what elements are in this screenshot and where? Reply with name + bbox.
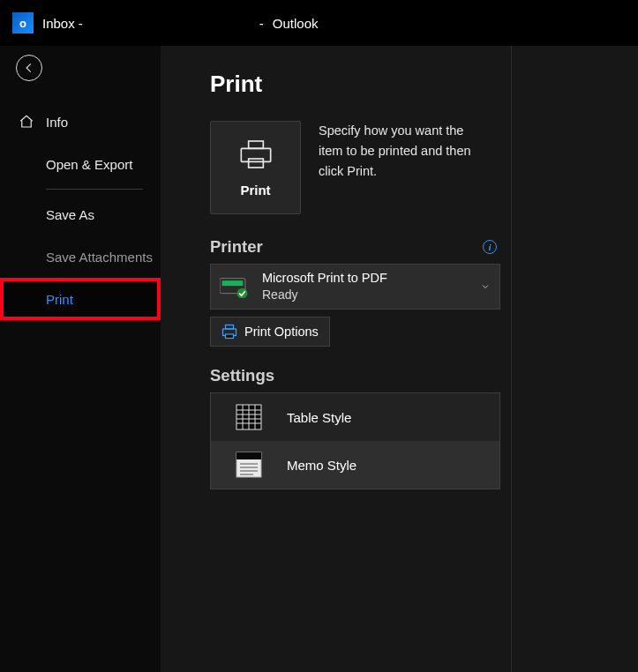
arrow-left-icon [23, 62, 35, 74]
style-memo[interactable]: Memo Style [211, 441, 499, 489]
titlebar-appname: Outlook [273, 16, 319, 31]
sidebar-label-info: Info [46, 115, 68, 130]
style-table[interactable]: Table Style [211, 393, 499, 441]
printer-icon [238, 138, 274, 170]
sidebar-item-save-attachments[interactable]: Save Attachments [0, 235, 161, 278]
printer-dropdown[interactable]: Microsoft Print to PDF Ready [210, 264, 500, 310]
svg-rect-4 [222, 280, 244, 286]
backstage-sidebar: Info Open & Export Save As Save Attachme… [0, 46, 161, 672]
sidebar-label-open-export: Open & Export [46, 157, 132, 172]
sidebar-label-save-attachments: Save Attachments [46, 250, 153, 265]
titlebar-account-redacted [92, 15, 251, 31]
svg-rect-8 [226, 334, 234, 339]
sidebar-label-save-as: Save As [46, 207, 94, 222]
home-icon [18, 114, 35, 130]
style-memo-label: Memo Style [287, 458, 357, 473]
print-options-button[interactable]: Print Options [210, 317, 330, 347]
print-button[interactable]: Print [210, 121, 301, 214]
style-table-label: Table Style [287, 410, 351, 425]
printer-heading: Printer [210, 237, 263, 257]
back-button[interactable] [16, 55, 42, 81]
sidebar-item-info[interactable]: Info [0, 101, 161, 143]
chevron-down-icon [480, 281, 491, 292]
print-description: Specify how you want the item to be prin… [319, 121, 486, 214]
settings-heading: Settings [210, 366, 274, 385]
svg-rect-2 [248, 159, 263, 168]
print-options-icon [221, 324, 237, 340]
sidebar-label-print: Print [46, 292, 73, 307]
sidebar-item-save-as[interactable]: Save As [0, 193, 161, 235]
sidebar-item-print[interactable]: Print [0, 278, 161, 320]
printer-status: Ready [262, 287, 387, 302]
svg-rect-7 [226, 325, 234, 330]
print-button-label: Print [240, 183, 270, 198]
page-title: Print [161, 71, 511, 98]
sidebar-divider [46, 189, 143, 190]
svg-rect-1 [248, 141, 263, 148]
outlook-logo-icon: o [12, 12, 34, 34]
printer-name: Microsoft Print to PDF [262, 270, 387, 287]
memo-style-icon [236, 452, 262, 478]
svg-rect-0 [241, 148, 270, 161]
print-options-label: Print Options [244, 325, 319, 339]
style-list: Table Style Memo Style [210, 392, 500, 489]
svg-rect-18 [236, 452, 261, 459]
printer-info-icon[interactable]: i [483, 240, 497, 254]
table-style-icon [236, 404, 262, 430]
titlebar-dash: - [259, 16, 264, 31]
titlebar-folder: Inbox - [42, 16, 83, 31]
content-area: Print Print Specify how you want the ite… [161, 46, 638, 672]
titlebar: o Inbox - - Outlook [0, 0, 638, 46]
printer-device-icon [220, 275, 250, 298]
sidebar-item-open-export[interactable]: Open & Export [0, 143, 161, 185]
